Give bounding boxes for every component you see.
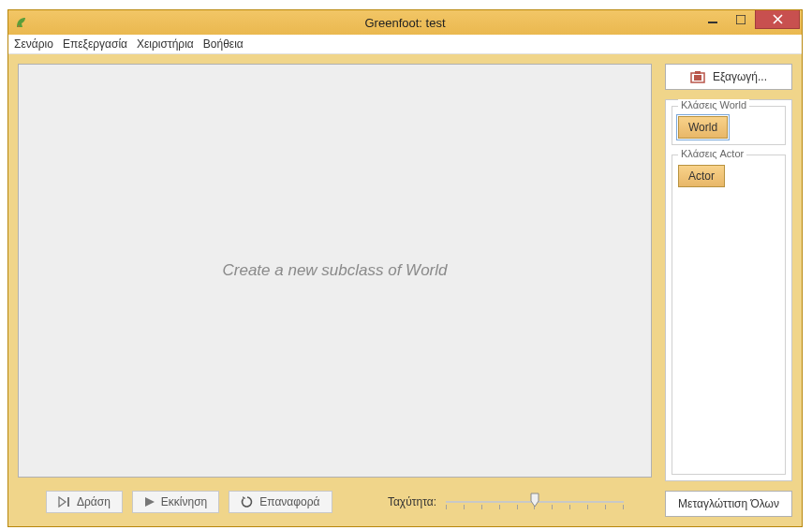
- minimize-button[interactable]: [699, 10, 727, 29]
- controls-bar: Δράση Εκκίνηση Επαναφορά Ταχύτητα:: [18, 478, 652, 517]
- reset-label: Επαναφορά: [259, 495, 319, 508]
- world-class-button[interactable]: World: [678, 116, 728, 139]
- content: Create a new subclass of World Δράση Εκκ…: [8, 54, 802, 526]
- act-button[interactable]: Δράση: [46, 491, 123, 513]
- reset-icon: [241, 495, 254, 508]
- close-button[interactable]: [755, 10, 800, 29]
- act-label: Δράση: [77, 495, 111, 508]
- svg-rect-1: [708, 22, 717, 23]
- menu-edit[interactable]: Επεξεργασία: [63, 37, 127, 51]
- export-label: Εξαγωγή...: [713, 70, 767, 83]
- svg-rect-5: [694, 75, 701, 81]
- reset-button[interactable]: Επαναφορά: [229, 491, 332, 513]
- actor-class-button[interactable]: Actor: [678, 165, 725, 187]
- svg-rect-6: [695, 71, 701, 74]
- run-label: Εκκίνηση: [161, 495, 207, 508]
- menubar: Σενάριο Επεξεργασία Χειριστήρια Βοήθεια: [8, 35, 802, 54]
- svg-rect-2: [736, 15, 746, 24]
- app-icon: [14, 15, 29, 30]
- svg-rect-3: [67, 497, 69, 507]
- export-icon: [690, 70, 705, 83]
- titlebar: Greenfoot: test: [8, 10, 802, 35]
- export-button[interactable]: Εξαγωγή...: [665, 64, 792, 90]
- maximize-button[interactable]: [727, 10, 755, 29]
- menu-scenario[interactable]: Σενάριο: [14, 37, 53, 51]
- world-placeholder: Create a new subclass of World: [223, 261, 448, 280]
- actor-group-legend: Κλάσεις Actor: [678, 148, 746, 159]
- world-classes-group: Κλάσεις World World: [672, 106, 786, 145]
- actor-classes-group: Κλάσεις Actor Actor: [672, 155, 786, 475]
- speed-label: Ταχύτητα:: [388, 495, 436, 508]
- world-view: Create a new subclass of World: [18, 64, 652, 478]
- run-button[interactable]: Εκκίνηση: [132, 491, 219, 513]
- svg-point-0: [18, 25, 20, 27]
- menu-help[interactable]: Βοήθεια: [203, 37, 244, 51]
- menu-controls[interactable]: Χειριστήρια: [137, 37, 194, 51]
- window-title: Greenfoot: test: [8, 16, 802, 30]
- world-group-legend: Κλάσεις World: [678, 99, 749, 110]
- compile-button[interactable]: Μεταγλώττιση Όλων: [665, 491, 792, 517]
- step-icon: [58, 496, 71, 508]
- classes-panel: Κλάσεις World World Κλάσεις Actor Actor: [665, 99, 792, 481]
- slider-thumb[interactable]: [530, 493, 539, 508]
- play-icon: [144, 496, 155, 508]
- right-column: Εξαγωγή... Κλάσεις World World Κλάσεις A…: [665, 64, 792, 517]
- speed-slider[interactable]: [446, 491, 624, 513]
- compile-label: Μεταγλώττιση Όλων: [678, 497, 779, 510]
- window-buttons: [699, 10, 802, 35]
- app-window: Greenfoot: test Σενάριο Επεξεργασία Χειρ…: [7, 9, 803, 527]
- left-column: Create a new subclass of World Δράση Εκκ…: [18, 64, 652, 517]
